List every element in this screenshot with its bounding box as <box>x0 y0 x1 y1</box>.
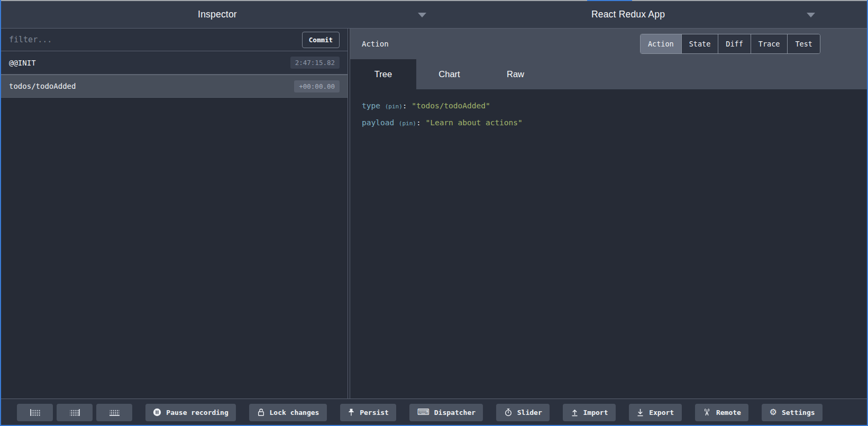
button-label: Settings <box>782 409 815 416</box>
dock-bottom-icon <box>109 409 120 416</box>
tree-value: "Learn about actions" <box>425 118 522 127</box>
stopwatch-icon <box>504 408 513 416</box>
pause-recording-button[interactable]: Pause recording <box>145 404 236 421</box>
import-button[interactable]: Import <box>563 404 616 421</box>
button-label: Pause recording <box>166 409 228 416</box>
action-detail-panel: Action Action State Diff Trace Test Tree… <box>350 29 867 399</box>
tree-value: "todos/todoAdded" <box>412 101 490 110</box>
instance-select-value: React Redux App <box>591 9 665 20</box>
dock-left-button[interactable] <box>17 404 53 421</box>
key-value-separator: : <box>403 101 407 110</box>
upload-icon <box>571 408 579 416</box>
action-name: @@INIT <box>9 59 290 67</box>
view-subtab-bar: Tree Chart Raw <box>350 59 867 89</box>
pause-icon <box>153 408 161 416</box>
top-bar: Inspector React Redux App <box>1 1 867 29</box>
button-label: Import <box>583 409 608 416</box>
tab-test[interactable]: Test <box>788 34 820 53</box>
button-label: Remote <box>716 409 741 416</box>
button-label: Dispatcher <box>434 409 476 416</box>
detail-header: Action Action State Diff Trace Test <box>350 29 867 59</box>
export-button[interactable]: Export <box>629 404 682 421</box>
dock-bottom-button[interactable] <box>96 404 132 421</box>
slider-button[interactable]: Slider <box>496 404 550 421</box>
keyboard-icon: ⌨ <box>417 408 430 416</box>
pin-link[interactable]: (pin) <box>399 120 416 127</box>
persist-button[interactable]: Persist <box>340 404 397 421</box>
lock-changes-button[interactable]: Lock changes <box>249 404 327 421</box>
json-tree: type (pin): "todos/todoAdded" payload (p… <box>350 89 867 399</box>
tree-row-type: type (pin): "todos/todoAdded" <box>362 98 867 115</box>
detail-title: Action <box>350 40 640 48</box>
monitor-select-value: Inspector <box>198 9 237 20</box>
lock-icon <box>257 408 265 416</box>
bottom-toolbar: Pause recording Lock changes Persist ⌨ D… <box>1 399 867 425</box>
action-row-todo-added[interactable]: todos/todoAdded +00:00.00 <box>1 75 348 98</box>
tab-action[interactable]: Action <box>641 34 682 53</box>
subtab-raw[interactable]: Raw <box>482 59 549 89</box>
chevron-down-icon <box>807 13 815 17</box>
commit-button[interactable]: Commit <box>302 32 340 48</box>
instance-select[interactable]: React Redux App <box>434 1 823 28</box>
dock-right-button[interactable] <box>57 404 93 421</box>
filter-row: Commit <box>1 29 348 51</box>
tab-trace[interactable]: Trace <box>751 34 788 53</box>
chevron-down-icon <box>418 13 426 17</box>
pin-link[interactable]: (pin) <box>385 103 403 110</box>
tab-diff[interactable]: Diff <box>718 34 751 53</box>
antenna-icon <box>702 408 711 416</box>
key-value-separator: : <box>416 118 421 127</box>
subtab-chart[interactable]: Chart <box>416 59 482 89</box>
monitor-select[interactable]: Inspector <box>1 1 434 28</box>
button-label: Persist <box>360 409 389 416</box>
action-name: todos/todoAdded <box>9 82 294 90</box>
filter-input[interactable] <box>9 35 302 44</box>
gear-icon: ⚙ <box>770 408 777 416</box>
action-list-empty-area <box>1 98 348 399</box>
dock-right-icon <box>70 409 80 416</box>
action-timestamp: +00:00.00 <box>294 80 340 92</box>
button-label: Lock changes <box>270 409 319 416</box>
dispatcher-button[interactable]: ⌨ Dispatcher <box>409 404 483 421</box>
download-icon <box>636 408 644 416</box>
tree-key: payload <box>362 118 394 127</box>
button-label: Export <box>649 409 674 416</box>
settings-button[interactable]: ⚙ Settings <box>762 404 823 421</box>
tree-row-payload: payload (pin): "Learn about actions" <box>362 115 867 132</box>
tree-key: type <box>362 101 380 110</box>
subtab-tree[interactable]: Tree <box>350 59 416 89</box>
action-row-init[interactable]: @@INIT 2:47:15.82 <box>1 51 348 75</box>
pin-icon <box>348 408 355 416</box>
remote-button[interactable]: Remote <box>695 404 749 421</box>
action-list-panel: Commit @@INIT 2:47:15.82 todos/todoAdded… <box>1 29 348 399</box>
dock-left-icon <box>30 409 40 416</box>
detail-tab-group: Action State Diff Trace Test <box>640 34 820 54</box>
main-split: Commit @@INIT 2:47:15.82 todos/todoAdded… <box>1 29 867 399</box>
button-label: Slider <box>517 409 542 416</box>
tab-state[interactable]: State <box>682 34 719 53</box>
action-timestamp: 2:47:15.82 <box>290 57 340 69</box>
